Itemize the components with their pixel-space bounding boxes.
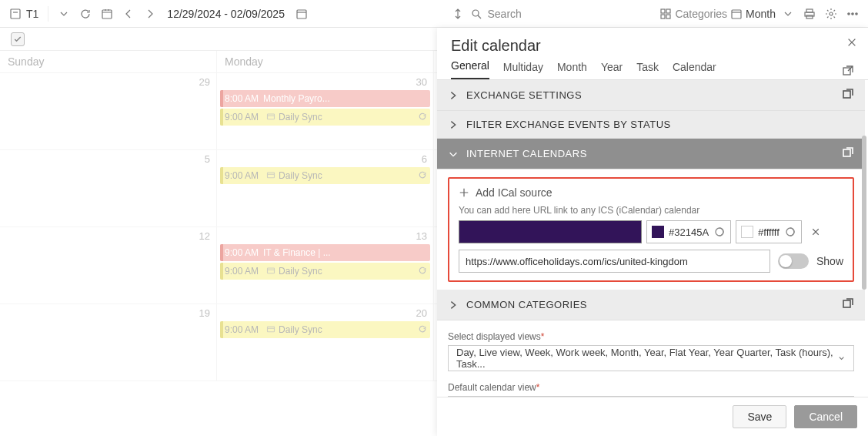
day-number: 19 [199,307,210,319]
select-all-checkbox[interactable] [11,32,25,46]
day-cell[interactable]: 69:00 AMDaily Sync [217,150,434,227]
tab-year[interactable]: Year [601,61,623,79]
svg-rect-29 [843,300,850,307]
tab-indicator[interactable]: T1 [6,8,42,20]
calendar-event[interactable]: 9:00 AMDaily Sync [220,109,430,126]
view-label: Month [746,8,776,20]
show-toggle[interactable] [778,253,809,269]
day-number: 12 [199,230,210,242]
svg-rect-0 [11,9,20,18]
svg-rect-18 [268,173,275,178]
displayed-views-value: Day, Live view, Week, Work week, Month, … [456,347,837,370]
chevron-down-icon[interactable] [55,5,73,23]
recurring-icon [418,324,427,336]
svg-rect-9 [806,9,813,12]
today-icon[interactable] [98,5,116,23]
section-exchange-title: EXCHANGE SETTINGS [466,89,834,101]
add-ical-button[interactable]: Add ICal source [459,186,843,199]
displayed-views-select[interactable]: Day, Live view, Week, Work week, Month, … [448,345,854,371]
ical-url-value: https://www.officeholidays.com/ics/unite… [466,256,688,267]
calendar-event[interactable]: 9:00 AMDaily Sync [220,321,430,338]
ical-name-field[interactable] [459,220,642,243]
teams-icon [266,170,275,182]
svg-rect-20 [268,268,275,273]
date-range: 12/29/2024 - 02/09/2025 [167,8,285,20]
day-header: Sunday [0,51,217,72]
categories-label: Categories [675,8,727,20]
svg-point-14 [852,12,853,14]
svg-rect-5 [666,9,670,13]
calendar-event[interactable]: 9:00 AMDaily Sync [220,167,430,184]
cancel-button[interactable]: Cancel [794,405,857,428]
section-internet[interactable]: INTERNET CALENDARS [437,139,865,169]
remove-ical-button[interactable] [806,227,825,236]
calendar-event[interactable]: 8:00 AMMonthly Payro... [220,90,430,107]
open-external-icon[interactable] [842,65,854,79]
tab-general[interactable]: General [451,59,489,79]
day-cell[interactable]: 209:00 AMDaily Sync [217,304,434,381]
view-dropdown-icon[interactable] [779,5,797,23]
day-header: Monday [217,51,434,72]
settings-icon[interactable] [822,5,840,23]
day-cell[interactable]: 12 [0,227,217,304]
search-input[interactable]: Search [470,8,521,20]
section-exchange[interactable]: EXCHANGE SETTINGS [437,80,865,110]
tab-calendar[interactable]: Calendar [673,61,716,79]
ical-url-input[interactable]: https://www.officeholidays.com/ics/unite… [459,250,770,273]
resize-icon[interactable] [449,5,467,23]
day-number: 20 [416,307,427,319]
svg-rect-24 [843,68,850,75]
tab-name: T1 [26,8,38,20]
svg-rect-22 [268,327,275,332]
calendar-icon[interactable] [292,5,311,23]
recurring-icon [418,112,427,123]
save-button[interactable]: Save [733,405,786,428]
teams-icon [266,324,275,336]
more-icon[interactable] [843,5,862,23]
tab-multiday[interactable]: Multiday [503,61,543,79]
svg-point-13 [848,12,850,14]
day-cell[interactable]: 5 [0,150,217,227]
tab-month[interactable]: Month [557,61,587,79]
svg-rect-8 [732,10,741,18]
color-fg-value: #ffffff [758,226,780,238]
prev-icon[interactable] [119,5,138,23]
section-common[interactable]: COMMON CATEGORIES [437,290,865,320]
add-ical-label: Add ICal source [476,186,553,199]
color-fg-field[interactable]: #ffffff [736,220,802,243]
day-number: 13 [416,230,427,242]
calendar-event[interactable]: 9:00 AMDaily Sync [220,263,430,280]
day-number: 30 [416,76,427,88]
teams-icon [266,112,275,123]
print-icon[interactable] [800,5,819,23]
day-cell[interactable]: 19 [0,304,217,381]
recurring-icon [418,170,427,182]
close-button[interactable] [846,37,857,50]
calendar-event[interactable]: 9:00 AMIT & Finance | ... [220,244,430,261]
day-cell[interactable]: 308:00 AMMonthly Payro...9:00 AMDaily Sy… [217,73,434,150]
recurring-icon [418,266,427,277]
refresh-icon[interactable] [76,5,95,23]
day-number: 6 [422,153,427,165]
day-number: 29 [199,76,210,88]
color-bg-field[interactable]: #32145A [646,220,731,243]
section-internet-title: INTERNET CALENDARS [466,148,834,159]
search-placeholder: Search [487,8,521,20]
view-selector[interactable]: Month [730,8,776,20]
categories-button[interactable]: Categories [659,8,727,20]
day-cell[interactable]: 29 [0,73,217,150]
svg-rect-7 [666,15,670,18]
section-filter-title: FILTER EXCHANGE EVENTS BY STATUS [466,119,854,130]
teams-icon [266,266,275,277]
svg-rect-4 [661,9,665,13]
displayed-views-label: Select displayed views [448,331,541,342]
next-icon[interactable] [141,5,159,23]
day-cell[interactable]: 139:00 AMIT & Finance | ...9:00 AMDaily … [217,227,434,304]
tab-task[interactable]: Task [636,61,659,79]
svg-rect-26 [843,149,850,156]
svg-rect-25 [843,91,850,98]
section-common-title: COMMON CATEGORIES [466,299,834,310]
scrollbar[interactable] [862,136,866,290]
section-filter[interactable]: FILTER EXCHANGE EVENTS BY STATUS [437,111,865,138]
show-label: Show [816,255,843,267]
